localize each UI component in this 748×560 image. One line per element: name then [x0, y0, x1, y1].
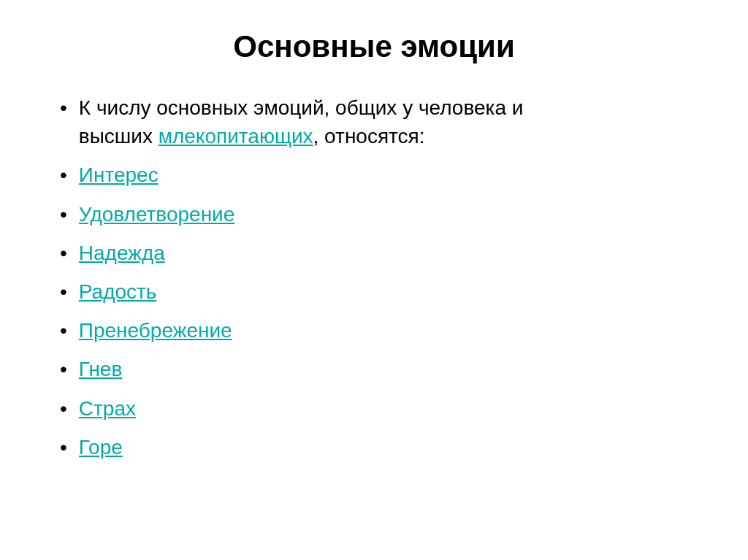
list-item: Горе — [60, 433, 688, 461]
emotion-link-satisfaction[interactable]: Удовлетворение — [79, 200, 235, 229]
emotion-link-contempt[interactable]: Пренебрежение — [79, 316, 232, 345]
mammals-link[interactable]: млекопитающих — [159, 125, 313, 147]
page-title: Основные эмоции — [60, 29, 688, 64]
list-item: Удовлетворение — [60, 200, 688, 229]
emotion-link-fear[interactable]: Страх — [79, 394, 136, 423]
list-item: Интерес — [60, 161, 688, 189]
intro-item: К числу основных эмоций, общих у человек… — [60, 93, 688, 150]
list-item: Страх — [60, 394, 688, 423]
list-item: Пренебрежение — [60, 316, 688, 345]
main-content: Основные эмоции К числу основных эмоций,… — [60, 29, 688, 472]
list-item: Радость — [60, 277, 688, 306]
emotion-link-anger[interactable]: Гнев — [79, 355, 123, 383]
emotion-link-joy[interactable]: Радость — [79, 277, 157, 306]
emotion-items-list: ИнтересУдовлетворениеНадеждаРадостьПрене… — [60, 161, 688, 461]
emotion-link-grief[interactable]: Горе — [79, 433, 123, 461]
intro-text-after: , относятся: — [313, 125, 425, 147]
emotion-link-interest[interactable]: Интерес — [79, 161, 159, 189]
emotions-list: К числу основных эмоций, общих у человек… — [60, 93, 688, 150]
emotion-link-hope[interactable]: Надежда — [79, 239, 165, 267]
list-item: Гнев — [60, 355, 688, 383]
list-item: Надежда — [60, 239, 688, 267]
intro-text: К числу основных эмоций, общих у человек… — [79, 93, 688, 150]
